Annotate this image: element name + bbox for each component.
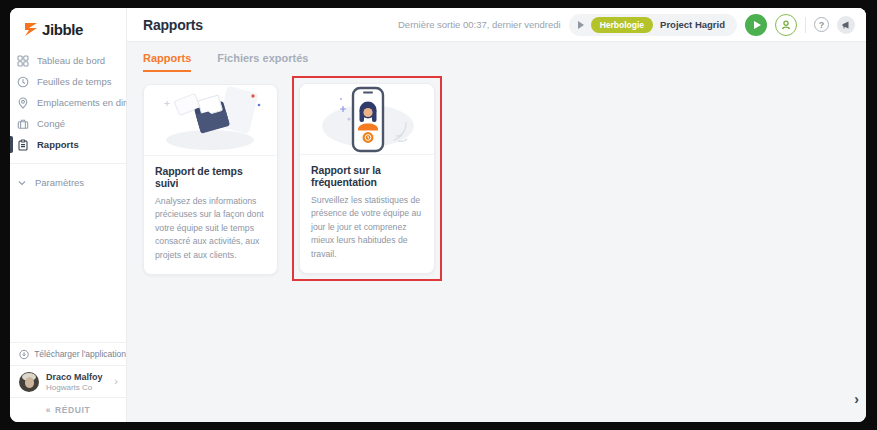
clock-in-button[interactable]	[745, 14, 767, 36]
sidebar-divider	[10, 163, 126, 164]
sidebar-item-rapports[interactable]: Rapports	[10, 134, 126, 155]
avatar	[19, 372, 39, 392]
scroll-next-chevron[interactable]: ›	[854, 392, 859, 406]
download-app-button[interactable]: Télécharger l'application	[10, 342, 126, 365]
sidebar-item-label: Paramètres	[35, 177, 84, 188]
activity-badge: Herbologie	[591, 17, 653, 33]
briefcase-icon	[17, 118, 29, 130]
card-rapport-sur-la-frequentation[interactable]: Rapport sur la fréquentation Surveillez …	[299, 83, 435, 274]
clock-icon	[17, 76, 29, 88]
announcements-button[interactable]	[837, 16, 855, 34]
card-rapport-de-temps-suivi[interactable]: Rapport de temps suivi Analysez des info…	[143, 84, 278, 275]
topbar-divider	[805, 17, 806, 33]
sidebar-item-label: Tableau de bord	[37, 55, 105, 66]
chevron-right-icon: ›	[114, 376, 118, 387]
collapse-sidebar-button[interactable]: « RÉDUIT	[10, 397, 126, 422]
sidebar-item-parametres[interactable]: Paramètres	[10, 172, 126, 193]
play-icon	[578, 21, 584, 29]
person-icon	[780, 19, 792, 31]
card-body: Rapport sur la fréquentation Surveillez …	[300, 155, 434, 273]
location-pin-icon	[17, 97, 29, 109]
sidebar-item-conge[interactable]: Congé	[10, 113, 126, 134]
dashboard-icon	[17, 55, 29, 67]
sidebar-item-emplacements-en-direct[interactable]: Emplacements en direct	[10, 92, 126, 113]
sidebar-item-label: Congé	[37, 118, 65, 129]
tab-rapports[interactable]: Rapports	[143, 52, 191, 72]
project-label: Project Hagrid	[660, 19, 727, 30]
timer-pill[interactable]: Herbologie Project Hagrid	[569, 14, 737, 36]
jibble-logo-icon	[24, 22, 38, 37]
app-window: Jibble Tableau de bord Feuilles de temps	[10, 8, 866, 422]
play-icon	[754, 21, 761, 29]
clipboard-icon	[17, 139, 29, 151]
sidebar: Jibble Tableau de bord Feuilles de temps	[10, 8, 127, 422]
highlight-box: Rapport sur la fréquentation Surveillez …	[292, 76, 442, 281]
user-meta: Draco Malfoy Hogwarts Co	[46, 372, 107, 392]
download-app-label: Télécharger l'application	[34, 349, 126, 359]
collapse-chevrons-icon: «	[46, 405, 51, 415]
megaphone-icon	[841, 20, 851, 30]
sidebar-item-label: Emplacements en direct	[37, 97, 139, 108]
chevron-down-icon	[17, 178, 27, 188]
topbar-right: Dernière sortie 00:37, dernier vendredi …	[398, 14, 855, 36]
question-mark-icon: ?	[819, 20, 825, 30]
sidebar-item-feuilles-de-temps[interactable]: Feuilles de temps	[10, 71, 126, 92]
sidebar-spacer	[10, 193, 126, 342]
sidebar-item-tableau-de-bord[interactable]: Tableau de bord	[10, 50, 126, 71]
sidebar-item-label: Rapports	[37, 139, 79, 150]
card-title: Rapport de temps suivi	[155, 165, 266, 189]
card-description: Analysez des informations précieuses sur…	[155, 195, 266, 262]
card-body: Rapport de temps suivi Analysez des info…	[144, 156, 277, 274]
report-cards: Rapport de temps suivi Analysez des info…	[143, 84, 866, 281]
download-icon	[19, 349, 29, 360]
card-description: Surveillez les statistiques de présence …	[311, 194, 423, 261]
help-button[interactable]: ?	[814, 17, 829, 32]
user-company: Hogwarts Co	[46, 383, 107, 392]
collapse-label: RÉDUIT	[55, 405, 90, 415]
page-title: Rapports	[143, 17, 203, 33]
sidebar-nav: Tableau de bord Feuilles de temps Emplac…	[10, 50, 126, 155]
tab-bar: Rapports Fichiers exportés	[143, 52, 866, 72]
last-clock-out-status: Dernière sortie 00:37, dernier vendredi	[398, 19, 561, 30]
sidebar-item-label: Feuilles de temps	[37, 76, 111, 87]
jibble-logo-text: Jibble	[42, 21, 83, 38]
card-illustration-phone	[300, 84, 434, 155]
content-area: Rapports Fichiers exportés	[127, 42, 866, 422]
user-name: Draco Malfoy	[46, 372, 107, 382]
topbar: Rapports Dernière sortie 00:37, dernier …	[127, 8, 866, 42]
attendance-phone-illustration	[308, 84, 426, 154]
card-title: Rapport sur la fréquentation	[311, 164, 423, 188]
folder-illustration	[152, 85, 270, 155]
card-illustration-folder	[144, 85, 277, 156]
tab-fichiers-exportes[interactable]: Fichiers exportés	[217, 52, 308, 72]
user-profile-row[interactable]: Draco Malfoy Hogwarts Co ›	[10, 365, 126, 397]
main-area: Rapports Dernière sortie 00:37, dernier …	[127, 8, 866, 422]
person-status-button[interactable]	[775, 14, 797, 36]
jibble-logo[interactable]: Jibble	[10, 8, 126, 50]
